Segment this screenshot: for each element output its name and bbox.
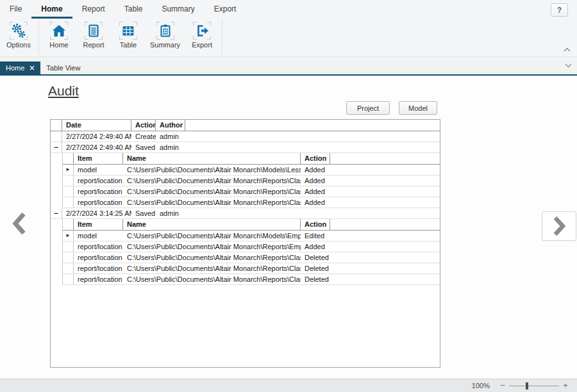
document-tabstrip: Home Table View: [0, 57, 577, 76]
collapse-row-toggle[interactable]: −: [51, 208, 62, 218]
detail-row[interactable]: ► model C:\Users\Public\Documents\Altair…: [63, 165, 440, 176]
detail-row[interactable]: report/location C:\Users\Public\Document…: [63, 263, 440, 274]
zoom-in-button[interactable]: +: [562, 380, 569, 391]
row-selector[interactable]: [63, 274, 74, 284]
audit-row[interactable]: − 2/27/2024 3:14:25 AM Saved admin: [51, 208, 440, 219]
cell-action: Added: [301, 197, 330, 208]
cell-name: C:\Users\Public\Documents\Altair Monarch…: [123, 263, 301, 274]
summary-label: Summary: [150, 41, 180, 49]
cell-action: Deleted: [301, 274, 330, 284]
header-name[interactable]: Name: [123, 219, 301, 230]
header-item[interactable]: Item: [74, 153, 123, 164]
home-button[interactable]: Home: [42, 19, 76, 49]
cell-date: 2/27/2024 3:14:25 AM: [62, 208, 131, 218]
table-icon: [119, 22, 137, 40]
cell-item: report/location: [74, 252, 123, 263]
detail-row[interactable]: report/location C:\Users\Public\Document…: [63, 252, 440, 263]
tab-table-view[interactable]: Table View: [40, 61, 86, 74]
cell-filler: [330, 274, 440, 284]
cell-item: report/location: [74, 263, 123, 274]
help-button[interactable]: ?: [551, 3, 568, 17]
header-selector-cell: [51, 120, 62, 131]
menu-export[interactable]: Export: [205, 0, 246, 19]
zoom-out-button[interactable]: −: [499, 380, 506, 391]
summary-button[interactable]: Summary: [146, 19, 185, 49]
report-icon: [85, 22, 103, 40]
chevron-left-icon: [11, 211, 28, 236]
row-selector[interactable]: [63, 197, 74, 208]
options-button[interactable]: Options: [1, 19, 36, 49]
header-author[interactable]: Author: [156, 120, 185, 131]
tab-close-icon[interactable]: [29, 65, 35, 70]
header-filler: [185, 120, 440, 131]
gears-icon: [10, 22, 28, 40]
cell-name: C:\Users\Public\Documents\Altair Monarch…: [123, 176, 301, 186]
audit-row[interactable]: 2/27/2024 2:49:40 AM Created admin: [51, 131, 440, 142]
row-selector[interactable]: [63, 241, 74, 252]
audit-row[interactable]: − 2/27/2024 2:49:40 AM Saved admin: [51, 142, 440, 153]
cell-item: report/location: [74, 176, 123, 186]
tab-table-view-label: Table View: [46, 64, 80, 72]
detail-header-row: Item Name Action: [63, 219, 440, 231]
next-page-button[interactable]: [542, 211, 576, 241]
header-name[interactable]: Name: [123, 153, 301, 164]
export-button[interactable]: Export: [185, 19, 219, 49]
menu-home[interactable]: Home: [31, 0, 72, 19]
cell-action: Added: [301, 186, 330, 197]
model-button[interactable]: Model: [399, 101, 437, 115]
header-action[interactable]: Action: [301, 153, 330, 164]
project-button[interactable]: Project: [346, 101, 390, 115]
header-action[interactable]: Action: [301, 219, 330, 230]
row-selector[interactable]: [63, 263, 74, 274]
cell-name: C:\Users\Public\Documents\Altair Monarch…: [123, 252, 301, 263]
header-item[interactable]: Item: [74, 219, 123, 230]
cell-item: report/location: [74, 186, 123, 197]
cell-action: Saved: [131, 208, 156, 218]
detail-row[interactable]: report/location C:\Users\Public\Document…: [63, 241, 440, 252]
row-selector[interactable]: [63, 176, 74, 186]
zoom-slider-handle[interactable]: [526, 382, 528, 389]
menu-report[interactable]: Report: [72, 0, 115, 19]
chevron-right-icon: [551, 215, 567, 237]
cell-filler: [330, 197, 440, 208]
row-selector[interactable]: [51, 131, 62, 142]
app-window: File Home Report Table Summary Export ?: [0, 0, 577, 392]
detail-row[interactable]: report/location C:\Users\Public\Document…: [63, 197, 440, 208]
cell-filler: [185, 208, 440, 218]
detail-row[interactable]: report/location C:\Users\Public\Document…: [63, 274, 440, 285]
cell-author: admin: [156, 208, 185, 218]
audit-header-row: Date Action Author: [51, 120, 440, 131]
statusbar: 100% − +: [0, 379, 577, 392]
cell-filler: [185, 131, 440, 142]
table-button[interactable]: Table: [111, 19, 146, 49]
collapse-row-toggle[interactable]: −: [51, 142, 62, 152]
export-label: Export: [192, 41, 212, 49]
header-date[interactable]: Date: [62, 120, 131, 131]
header-selector-cell: [63, 153, 74, 164]
detail-row[interactable]: report/location C:\Users\Public\Document…: [63, 186, 440, 197]
detail-row[interactable]: report/location C:\Users\Public\Document…: [63, 176, 440, 186]
menu-table[interactable]: Table: [115, 0, 153, 19]
row-selector[interactable]: [63, 252, 74, 263]
cell-filler: [330, 165, 440, 175]
row-selector[interactable]: [63, 186, 74, 197]
tabstrip-chevron-down-icon[interactable]: [565, 59, 572, 70]
collapse-ribbon-icon[interactable]: [564, 43, 571, 54]
previous-page-button[interactable]: [8, 209, 30, 238]
zoom-level-label: 100%: [472, 382, 490, 389]
cell-action: Added: [301, 165, 330, 175]
menubar: File Home Report Table Summary Export ?: [0, 0, 577, 19]
menu-file[interactable]: File: [0, 0, 31, 19]
menu-summary[interactable]: Summary: [152, 0, 204, 19]
zoom-slider[interactable]: [509, 386, 559, 386]
tab-home[interactable]: Home: [0, 61, 40, 74]
cell-item: model: [74, 231, 123, 241]
report-button[interactable]: Report: [76, 19, 111, 49]
header-action[interactable]: Action: [131, 120, 156, 131]
cell-filler: [330, 263, 440, 274]
detail-row[interactable]: ► model C:\Users\Public\Documents\Altair…: [63, 231, 440, 241]
cell-action: Created: [131, 131, 156, 142]
current-row-marker: ►: [63, 231, 74, 241]
current-row-marker: ►: [63, 165, 74, 175]
header-filler: [330, 153, 440, 164]
